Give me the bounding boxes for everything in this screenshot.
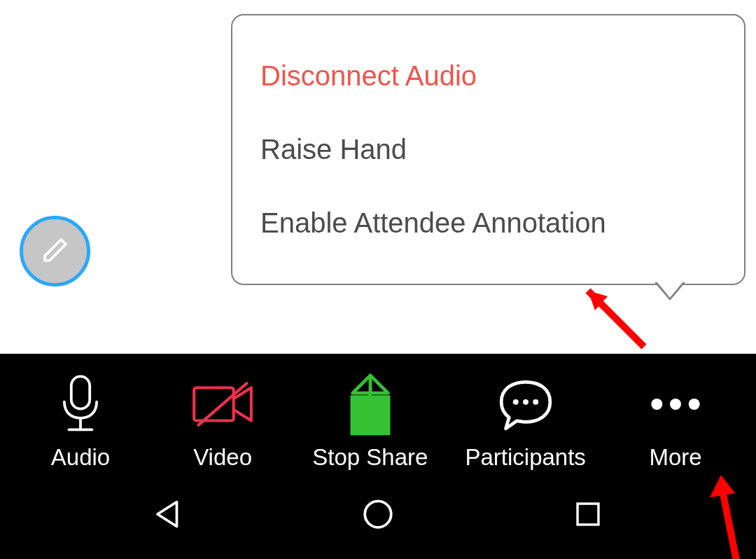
svg-point-7 bbox=[512, 399, 518, 405]
microphone-icon bbox=[57, 374, 104, 437]
popup-tail bbox=[654, 282, 685, 301]
menu-item-raise-hand[interactable]: Raise Hand bbox=[260, 113, 716, 186]
chat-bubble-icon bbox=[494, 378, 557, 434]
nav-recent-button[interactable] bbox=[564, 491, 612, 540]
pencil-icon bbox=[41, 236, 69, 267]
share-up-icon bbox=[344, 373, 397, 439]
svg-point-11 bbox=[670, 399, 681, 410]
video-label: Video bbox=[193, 444, 252, 471]
bottom-toolbar: Audio Video bbox=[0, 354, 756, 559]
svg-point-9 bbox=[533, 399, 538, 405]
svg-point-12 bbox=[689, 399, 700, 410]
recent-square-icon bbox=[572, 498, 604, 533]
nav-home-button[interactable] bbox=[354, 491, 402, 540]
content-area: Disconnect Audio Raise Hand Enable Atten… bbox=[0, 0, 756, 354]
stop-share-label: Stop Share bbox=[312, 444, 428, 471]
svg-point-13 bbox=[365, 501, 391, 527]
more-label: More bbox=[649, 444, 701, 471]
home-circle-icon bbox=[360, 497, 396, 534]
nav-back-button[interactable] bbox=[144, 491, 192, 540]
video-off-icon bbox=[189, 381, 256, 430]
svg-point-10 bbox=[651, 399, 662, 410]
svg-rect-3 bbox=[194, 387, 234, 420]
audio-button[interactable]: Audio bbox=[28, 374, 133, 471]
participants-label: Participants bbox=[465, 444, 585, 471]
more-button[interactable]: More bbox=[623, 374, 728, 471]
svg-rect-14 bbox=[578, 504, 598, 525]
menu-item-disconnect-audio[interactable]: Disconnect Audio bbox=[260, 39, 716, 113]
back-triangle-icon bbox=[150, 497, 186, 534]
android-nav-bar bbox=[0, 480, 756, 559]
participants-button[interactable]: Participants bbox=[465, 374, 585, 471]
annotate-pencil-button[interactable] bbox=[20, 216, 90, 287]
more-menu-popup: Disconnect Audio Raise Hand Enable Atten… bbox=[231, 14, 746, 285]
more-dots-icon bbox=[648, 394, 704, 417]
video-button[interactable]: Video bbox=[170, 374, 275, 471]
svg-line-4 bbox=[199, 383, 247, 425]
menu-item-enable-annotation[interactable]: Enable Attendee Annotation bbox=[260, 186, 716, 260]
stop-share-button[interactable]: Stop Share bbox=[312, 374, 428, 471]
audio-label: Audio bbox=[51, 444, 110, 471]
svg-rect-0 bbox=[71, 376, 90, 408]
svg-point-8 bbox=[523, 399, 528, 405]
